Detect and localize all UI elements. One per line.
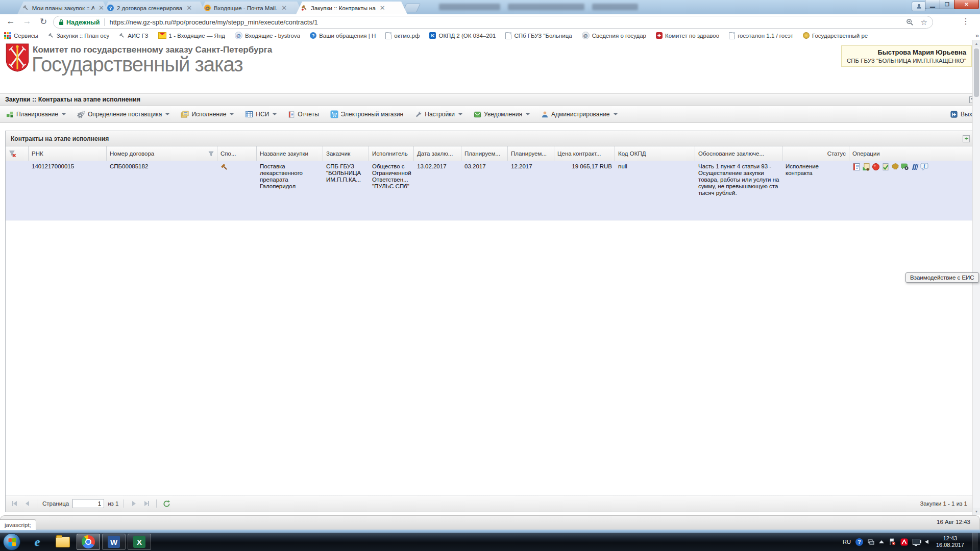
panel-refresh-icon[interactable]: [963, 135, 970, 142]
eis-eagle-icon[interactable]: [891, 163, 899, 171]
column-header-rnk[interactable]: РНК: [29, 146, 107, 161]
hidden-icons-arrow[interactable]: [879, 540, 884, 543]
forward-button[interactable]: →: [20, 16, 34, 27]
minimize-button[interactable]: ▬: [925, 0, 940, 9]
scrollbar-thumb[interactable]: [974, 48, 979, 97]
start-button[interactable]: [3, 533, 20, 550]
browser-status-bubble: javascript;: [0, 519, 36, 530]
close-icon: ✕: [964, 2, 968, 7]
column-header-executor[interactable]: Исполнитель: [369, 146, 414, 161]
menu-settings[interactable]: Настройки: [414, 111, 462, 118]
taskbar-chrome-button[interactable]: [77, 534, 100, 550]
column-header-date[interactable]: Дата заклю...: [414, 146, 461, 161]
bookmark-item[interactable]: СПб ГБУЗ "Больница: [505, 32, 572, 39]
document-check-icon[interactable]: [881, 163, 890, 171]
scroll-up-arrow[interactable]: ▲: [973, 40, 980, 47]
tab-mailru-inbox[interactable]: @ Входящие - Почта Mail. ✕: [199, 2, 303, 14]
menu-execution[interactable]: Исполнение: [181, 110, 234, 118]
antivirus-tray-icon[interactable]: [900, 538, 908, 546]
bookmark-item[interactable]: Закупки :: План осу: [48, 33, 110, 39]
bookmark-item[interactable]: ✚ Комитет по здравоо: [656, 32, 719, 39]
security-chip[interactable]: Надежный: [59, 19, 100, 26]
windows-taskbar: e W X RU ? 12:43 16.08.2017: [0, 533, 980, 551]
eis-interaction-icon[interactable]: [901, 163, 909, 171]
restore-button[interactable]: ❐: [940, 0, 954, 9]
toolbar-separator: [124, 499, 124, 508]
taskbar-explorer-button[interactable]: [51, 534, 75, 550]
bookmark-star-icon[interactable]: ☆: [921, 18, 927, 27]
column-header-plan-to[interactable]: Планируем...: [508, 146, 554, 161]
bookmark-item[interactable]: 1 - Входящие — Янд: [158, 32, 225, 39]
column-header-filter[interactable]: [6, 146, 29, 161]
url-text[interactable]: https://new.gz-spb.ru/#po/procedure/my/s…: [109, 18, 901, 26]
menu-nsi[interactable]: НСИ: [245, 110, 277, 118]
next-page-button[interactable]: [129, 499, 138, 508]
last-page-button[interactable]: [142, 499, 151, 508]
contract-card-icon[interactable]: [852, 163, 861, 171]
bookmark-item[interactable]: K ОКПД 2 (ОК 034–201: [429, 32, 496, 39]
taskbar-word-button[interactable]: W: [102, 534, 126, 550]
back-button[interactable]: ←: [4, 16, 17, 27]
menu-eshop[interactable]: Электронный магазин: [330, 110, 403, 118]
tab-my-purchase-plans[interactable]: Мои планы закупок :: А ✕: [17, 2, 109, 14]
browser-menu-button[interactable]: ⋮: [962, 16, 970, 26]
column-header-contract-no[interactable]: Номер договора: [107, 146, 217, 161]
column-header-okpd[interactable]: Код ОКПД: [615, 146, 695, 161]
cell-okpd: null: [615, 161, 695, 220]
stop-icon[interactable]: [872, 163, 880, 171]
column-header-plan-from[interactable]: Планируем...: [461, 146, 508, 161]
column-header-price[interactable]: Цена контракт...: [554, 146, 615, 161]
bookmark-item[interactable]: @ Сведения о государ: [582, 32, 646, 39]
menu-administration[interactable]: Администрирование: [541, 111, 617, 118]
volume-tray-icon[interactable]: [925, 540, 928, 544]
reload-button[interactable]: ↻: [37, 16, 50, 27]
tab-contracts-generated[interactable]: ? 2 договора сгенерирова ✕: [102, 2, 206, 14]
prev-page-button[interactable]: [22, 499, 32, 508]
window-switch-tray-icon[interactable]: [868, 539, 874, 545]
menu-reports[interactable]: Отчеты: [288, 111, 318, 118]
taskbar-excel-button[interactable]: X: [128, 534, 151, 550]
bookmark-item[interactable]: ? Ваши обращения | Н: [310, 32, 376, 39]
column-header-status[interactable]: Статус: [782, 146, 849, 161]
address-bar[interactable]: Надежный https://new.gz-spb.ru/#po/proce…: [53, 16, 933, 29]
tab-close-icon[interactable]: ✕: [185, 5, 193, 11]
tab-close-icon[interactable]: ✕: [379, 5, 386, 11]
contract-row[interactable]: 1401217000015 СПБ00085182 Поставка лекар…: [6, 161, 973, 220]
show-desktop-button[interactable]: [972, 533, 978, 551]
network-tray-icon[interactable]: [913, 539, 920, 545]
refresh-button[interactable]: [162, 499, 171, 508]
menu-notifications[interactable]: Уведомления: [474, 111, 530, 118]
menu-supplier-determination[interactable]: Определение поставщика: [77, 110, 170, 118]
bookmark-item[interactable]: госэталон 1.1 / госэт: [729, 32, 793, 39]
electronic-document-icon[interactable]: [862, 163, 870, 171]
zoom-indicator-icon[interactable]: [906, 18, 914, 26]
taskbar-clock[interactable]: 12:43 16.08.2017: [933, 535, 967, 548]
column-header-name[interactable]: Название закупки: [257, 146, 323, 161]
page-number-input[interactable]: [72, 499, 104, 508]
filter-funnel-icon[interactable]: [208, 151, 214, 157]
first-page-button[interactable]: [10, 499, 19, 508]
bookmarks-overflow-button[interactable]: »: [972, 31, 979, 40]
bookmark-item[interactable]: Государственный ре: [803, 32, 868, 39]
apps-shortcut[interactable]: Сервисы: [4, 32, 38, 39]
menu-planning[interactable]: Планирование: [6, 111, 66, 118]
info-icon[interactable]: i: [920, 163, 928, 171]
bookmark-item[interactable]: @ Входящие - bystrova: [235, 32, 300, 39]
profile-button[interactable]: [912, 2, 926, 11]
scroll-down-arrow[interactable]: ▼: [973, 508, 980, 515]
help-tray-icon[interactable]: ?: [855, 538, 863, 546]
column-header-method[interactable]: Спо...: [217, 146, 257, 161]
action-center-flag-icon[interactable]: [889, 538, 896, 545]
language-indicator[interactable]: RU: [843, 539, 851, 545]
bookmark-item[interactable]: октмо.рф: [385, 32, 420, 39]
tab-contracts-active[interactable]: Закупки :: Контракты на ✕: [296, 2, 407, 14]
column-header-customer[interactable]: Заказчик: [323, 146, 369, 161]
tab-close-icon[interactable]: ✕: [280, 5, 288, 11]
taskbar-ie-button[interactable]: e: [26, 534, 49, 550]
bookmark-item[interactable]: АИС ГЗ: [119, 33, 148, 39]
column-header-operations[interactable]: Операции: [849, 146, 973, 161]
tab-close-icon[interactable]: ✕: [97, 5, 105, 11]
close-button[interactable]: ✕: [954, 0, 979, 9]
archive-columns-icon[interactable]: [911, 163, 919, 171]
column-header-justification[interactable]: Обоснование заключе...: [695, 146, 782, 161]
